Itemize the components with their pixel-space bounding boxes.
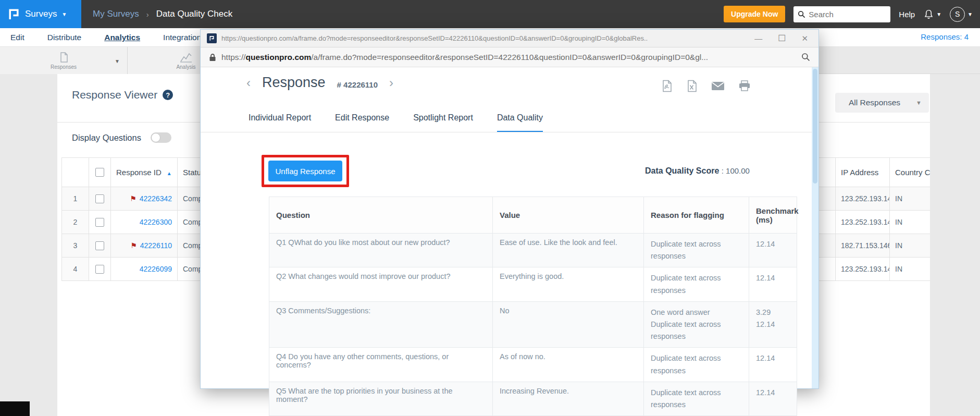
row-number: 1 [62,187,89,211]
help-circle-icon[interactable]: ? [163,90,173,100]
benchmark-line: 12.14 [756,319,790,331]
country-cell: IN [890,234,931,258]
nav-tab-edit[interactable]: Edit [10,33,24,42]
product-switcher[interactable]: Surveys ▼ [0,0,81,28]
nav-tab-analytics[interactable]: Analytics [104,33,140,42]
minimize-button[interactable]: — [754,34,762,43]
chevron-down-icon: ▼ [61,11,67,17]
table-header-row: QuestionValueReason for flaggingBenchmar… [269,197,797,234]
column-header-benchmark-ms-: Benchmark (ms) [749,197,797,234]
select-all-header [89,158,111,187]
zoom-search-icon[interactable] [801,53,810,62]
response-filter-dropdown[interactable]: All Responses ▼ [835,93,929,113]
bell-icon [923,9,934,20]
responses-doc-icon [57,51,70,64]
row-checkbox[interactable] [95,218,104,227]
table-row: 182.71.153.146IN [803,234,931,258]
response-id-header[interactable]: Response ID▲ [111,158,178,187]
modal-scrollbar[interactable] [812,67,818,388]
address-url: https://questionpro.com/a/frame.do?mode=… [221,53,796,62]
app-root: Surveys ▼ My Surveys › Data Quality Chec… [0,0,980,416]
help-link[interactable]: Help [899,10,915,19]
sort-asc-icon[interactable]: ▲ [167,170,172,176]
display-questions-label: Display Questions [72,133,141,143]
value-cell: Everything is good. [493,267,644,301]
annotation-highlight-box: Unflag Response [262,155,349,187]
chevron-down-icon[interactable]: ▼ [115,58,120,64]
previous-response-icon[interactable]: ‹ [246,77,251,89]
nav-tab-integration[interactable]: Integration [163,33,201,42]
print-icon[interactable] [738,80,751,92]
checkbox-cell [89,234,111,258]
row-number: 3 [62,234,89,258]
flag-icon: ⚑ [130,194,137,203]
response-id-link[interactable]: 42226110 [140,241,172,250]
benchmark-cell: 12.14 [749,382,797,415]
search-box[interactable] [793,6,890,22]
ip-address-cell: 123.252.193.148 [836,258,890,281]
benchmark-line: 3.29 [756,307,790,319]
data-quality-table: QuestionValueReason for flaggingBenchmar… [269,197,797,416]
export-actions [661,80,751,92]
column-header-country-code[interactable]: Country Code [890,158,931,187]
chat-widget-corner[interactable] [0,401,30,416]
question-cell: Q5 What are the top priorities in your b… [269,382,493,415]
reason-line: Duplicate text across responses [651,272,742,296]
excel-export-icon[interactable] [686,80,698,92]
topbar-actions: Upgrade Now Help ▼ S ▼ [724,0,973,28]
response-id-link[interactable]: 42226300 [140,218,172,226]
address-bar[interactable]: https://questionpro.com/a/frame.do?mode=… [201,47,818,67]
tab-edit-response[interactable]: Edit Response [335,113,389,132]
column-header-ip-address[interactable]: IP Address [836,158,890,187]
chevron-down-icon: ▼ [967,11,973,17]
value-cell: Increasing Revenue. [493,382,644,415]
tab-data-quality[interactable]: Data Quality [497,113,543,132]
window-controls: — ☐ ✕ [754,33,808,44]
nav-tab-distribute[interactable]: Distribute [47,33,81,42]
email-icon[interactable] [711,80,725,92]
response-id-link[interactable]: 42226099 [140,265,172,273]
questionpro-logo-icon [7,8,20,21]
benchmark-line: 12.14 [756,238,790,250]
close-button[interactable]: ✕ [801,34,808,43]
benchmark-line: 12.14 [756,352,790,364]
toolbar-tile-responses[interactable]: Responses ▼ [0,47,128,74]
value-cell: No [493,301,644,348]
row-checkbox[interactable] [95,194,104,203]
reason-line: Duplicate text across responses [651,238,742,262]
search-icon [798,10,805,18]
tab-spotlight-report[interactable]: Spotlight Report [413,113,473,132]
unflag-response-button[interactable]: Unflag Response [268,161,342,181]
upgrade-now-button[interactable]: Upgrade Now [724,6,785,22]
tab-individual-report[interactable]: Individual Report [249,113,311,132]
question-cell: Q4 Do you have any other comments, quest… [269,348,493,382]
account-menu[interactable]: S ▼ [950,7,973,22]
breadcrumb-my-surveys[interactable]: My Surveys [93,9,139,19]
table-header-row: 5IP AddressCountry Code [803,158,931,187]
response-editor-content: ‹ Response # 42226110 › [201,67,818,388]
response-id-cell: 42226099 [111,258,178,281]
product-name: Surveys [25,9,57,19]
reason-line: Duplicate text across responses [651,387,742,411]
row-checkbox[interactable] [95,241,104,250]
search-input[interactable] [809,10,882,19]
page-title: Response Viewer [72,89,157,101]
select-all-checkbox[interactable] [95,168,104,177]
response-id-cell: ⚑42226342 [111,187,178,211]
notifications-menu[interactable]: ▼ [923,9,941,20]
scrollbar-thumb[interactable] [813,69,817,183]
table-row: Q3 Comments/Suggestions:NoOne word answe… [269,301,797,348]
window-titlebar[interactable]: https://questionpro.com/a/frame.do?mode=… [201,30,818,47]
response-id-link[interactable]: 42226342 [140,194,172,203]
response-number: # 42226110 [337,80,378,89]
row-checkbox[interactable] [95,265,104,274]
maximize-button[interactable]: ☐ [778,33,786,44]
question-cell: Q1 QWhat do you like most about our new … [269,234,493,267]
next-response-icon[interactable]: › [389,77,393,89]
display-questions-toggle[interactable] [151,132,171,143]
pdf-export-icon[interactable] [661,80,673,92]
response-header: ‹ Response # 42226110 › [246,75,393,91]
row-number: 4 [62,258,89,281]
benchmark-cell: 3.2912.14 [749,301,797,348]
display-questions-row: Display Questions [72,132,171,143]
